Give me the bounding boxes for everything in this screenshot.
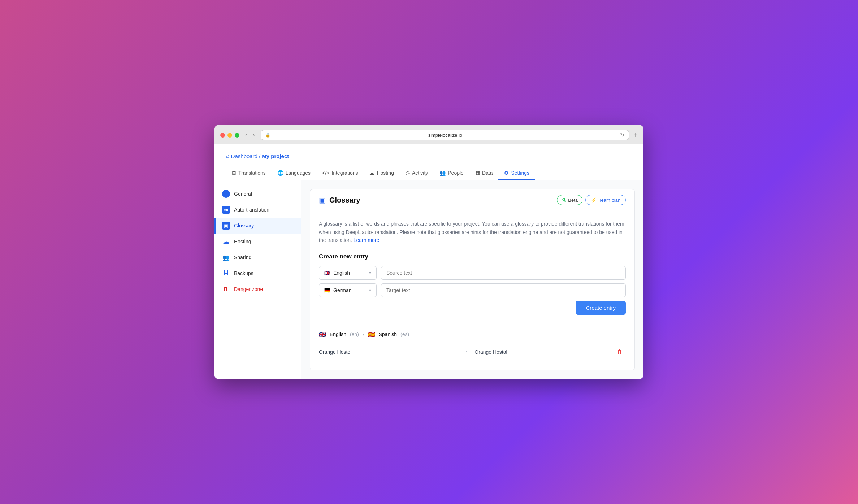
learn-more-link[interactable]: Learn more <box>354 237 380 243</box>
tab-settings[interactable]: ⚙ Settings <box>498 166 535 180</box>
entry-source-code: (en) <box>350 331 359 337</box>
sidebar-item-danger-zone[interactable]: 🗑 Danger zone <box>214 281 301 297</box>
entry-source-text: Orange Hostel <box>319 349 459 355</box>
sidebar-item-glossary[interactable]: ▣ Glossary <box>214 218 301 234</box>
hosting-sidebar-icon: ☁ <box>222 237 230 246</box>
glossary-header: ▣ Glossary ⚗ Beta ⚡ Team plan <box>310 189 634 211</box>
general-icon: i <box>222 190 230 198</box>
tab-languages[interactable]: 🌐 Languages <box>272 166 316 180</box>
tab-activity-label: Activity <box>412 170 428 176</box>
sidebar-danger-label: Danger zone <box>234 286 263 292</box>
forward-button[interactable]: › <box>251 131 256 139</box>
entry-group: 🇬🇧 English (en) › 🇪🇸 Spanish (es) Orange… <box>319 325 626 361</box>
tab-translations[interactable]: ⊞ Translations <box>226 166 272 180</box>
entry-target-flag: 🇪🇸 <box>368 331 375 338</box>
sidebar-glossary-label: Glossary <box>234 223 254 229</box>
translations-icon: ⊞ <box>232 170 236 176</box>
breadcrumb-dashboard-link[interactable]: Dashboard <box>231 153 257 159</box>
entry-direction-arrow-icon: › <box>363 331 364 337</box>
activity-icon: ◎ <box>406 170 410 176</box>
lock-icon: 🔒 <box>265 133 270 138</box>
beta-badge[interactable]: ⚗ Beta <box>557 195 582 205</box>
tab-settings-label: Settings <box>511 170 529 176</box>
target-lang-label: German <box>333 287 352 293</box>
team-plan-badge[interactable]: ⚡ Team plan <box>585 195 626 205</box>
source-lang-label: English <box>333 270 350 276</box>
data-icon: ▦ <box>475 170 480 176</box>
backups-icon: 🗄 <box>222 269 230 278</box>
integrations-icon: </> <box>322 170 329 176</box>
auto-translation-icon: AE <box>222 205 230 214</box>
breadcrumb-project: My project <box>262 153 289 159</box>
tab-people[interactable]: 👥 People <box>434 166 469 180</box>
sidebar: i General AE Auto-translation ▣ Glossary… <box>214 180 301 379</box>
tab-languages-label: Languages <box>286 170 311 176</box>
entry-target-code: (es) <box>400 331 409 337</box>
tab-activity[interactable]: ◎ Activity <box>400 166 434 180</box>
content-area: ▣ Glossary ⚗ Beta ⚡ Team plan <box>301 180 644 379</box>
glossary-header-icon: ▣ <box>319 196 326 204</box>
sidebar-item-general[interactable]: i General <box>214 186 301 202</box>
entry-source-flag: 🇬🇧 <box>319 331 326 338</box>
sidebar-item-sharing[interactable]: 👥 Sharing <box>214 249 301 265</box>
url-text: simplelocalize.io <box>273 132 618 138</box>
sidebar-auto-translation-label: Auto-translation <box>234 207 269 213</box>
source-text-input[interactable] <box>381 266 626 280</box>
create-entry-heading: Create new entry <box>319 253 626 260</box>
minimize-button[interactable] <box>228 133 232 138</box>
delete-entry-button[interactable]: 🗑 <box>614 347 626 357</box>
back-button[interactable]: ‹ <box>244 131 248 139</box>
settings-icon: ⚙ <box>504 170 509 176</box>
languages-icon: 🌐 <box>277 170 283 176</box>
create-entry-button[interactable]: Create entry <box>576 301 626 315</box>
target-row: 🇩🇪 German ▾ <box>319 283 626 297</box>
sidebar-item-auto-translation[interactable]: AE Auto-translation <box>214 202 301 218</box>
nav-arrows: ‹ › <box>244 131 256 139</box>
traffic-lights <box>220 133 239 138</box>
tab-translations-label: Translations <box>238 170 266 176</box>
form-actions: Create entry <box>319 301 626 315</box>
sharing-icon: 👥 <box>222 253 230 262</box>
close-button[interactable] <box>220 133 225 138</box>
target-text-input[interactable] <box>381 283 626 297</box>
de-flag: 🇩🇪 <box>324 287 330 293</box>
entry-target-text: Orange Hostal <box>474 349 614 355</box>
source-row: 🇬🇧 English ▾ <box>319 266 626 280</box>
team-plan-label: Team plan <box>599 197 620 203</box>
maximize-button[interactable] <box>235 133 239 138</box>
entry-languages-header: 🇬🇧 English (en) › 🇪🇸 Spanish (es) <box>319 331 626 338</box>
home-icon: ⌂ <box>226 153 230 159</box>
glossary-body: A glossary is a list of words and phrase… <box>310 211 634 370</box>
glossary-icon: ▣ <box>222 221 230 230</box>
browser-chrome: ‹ › 🔒 simplelocalize.io ↻ + <box>214 125 644 144</box>
entry-arrow-icon: › <box>459 349 475 355</box>
sidebar-hosting-label: Hosting <box>234 239 251 244</box>
lightning-icon: ⚡ <box>591 197 597 203</box>
nav-tabs: ⊞ Translations 🌐 Languages </> Integrati… <box>226 166 632 180</box>
new-tab-button[interactable]: + <box>633 131 638 139</box>
entry-target-lang: Spanish <box>379 331 397 337</box>
source-language-select[interactable]: 🇬🇧 English ▾ <box>319 266 377 280</box>
target-chevron-icon: ▾ <box>369 288 371 293</box>
source-chevron-icon: ▾ <box>369 270 371 275</box>
address-bar[interactable]: 🔒 simplelocalize.io ↻ <box>261 130 629 140</box>
tab-data-label: Data <box>482 170 493 176</box>
tab-hosting[interactable]: ☁ Hosting <box>364 166 399 180</box>
table-row: Orange Hostel › Orange Hostal 🗑 <box>319 343 626 361</box>
beta-label: Beta <box>568 197 578 203</box>
sidebar-item-backups[interactable]: 🗄 Backups <box>214 265 301 281</box>
reload-button[interactable]: ↻ <box>620 132 624 138</box>
entry-source-lang: English <box>330 331 346 337</box>
tab-data[interactable]: ▦ Data <box>469 166 499 180</box>
target-language-select[interactable]: 🇩🇪 German ▾ <box>319 283 377 297</box>
header-badges: ⚗ Beta ⚡ Team plan <box>557 195 626 205</box>
tab-integrations[interactable]: </> Integrations <box>316 166 364 180</box>
tab-people-label: People <box>448 170 464 176</box>
glossary-title-row: ▣ Glossary <box>319 196 360 204</box>
main-layout: i General AE Auto-translation ▣ Glossary… <box>214 180 644 379</box>
danger-icon: 🗑 <box>222 285 230 294</box>
uk-flag: 🇬🇧 <box>324 270 330 276</box>
glossary-card: ▣ Glossary ⚗ Beta ⚡ Team plan <box>310 189 635 370</box>
browser-window: ‹ › 🔒 simplelocalize.io ↻ + ⌂ Dashboard … <box>214 125 644 379</box>
sidebar-item-hosting[interactable]: ☁ Hosting <box>214 234 301 249</box>
